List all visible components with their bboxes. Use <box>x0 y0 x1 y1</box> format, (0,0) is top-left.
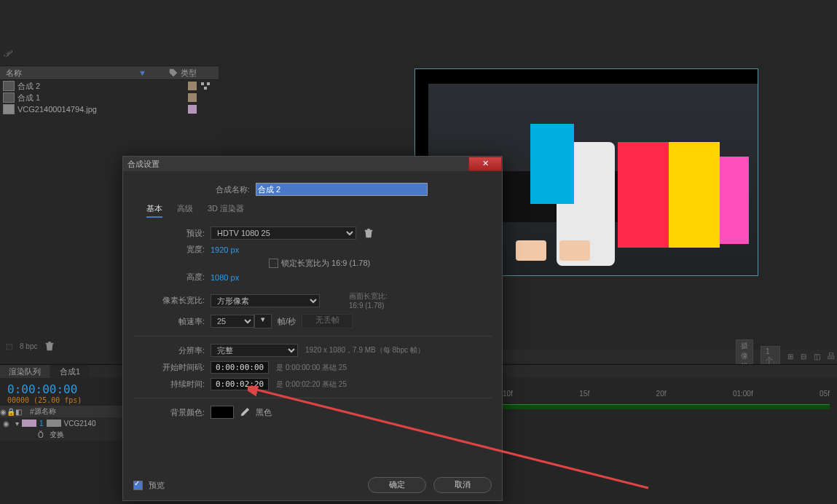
preset-label: 预设: <box>133 228 211 239</box>
3d-icon[interactable]: 品 <box>828 351 835 361</box>
tag-icon[interactable] <box>169 68 178 77</box>
frame-aspect-label: 画面长宽比: <box>349 292 388 300</box>
start-timecode-label: 开始时间码: <box>133 362 211 373</box>
search-icon[interactable]: 𝒫 <box>3 48 9 60</box>
lock-aspect-checkbox[interactable] <box>269 259 278 268</box>
svg-rect-1 <box>207 82 210 85</box>
ok-button[interactable]: 确定 <box>368 477 426 493</box>
tab-basic[interactable]: 基本 <box>146 203 162 218</box>
fps-unit: 帧/秒 <box>278 316 296 327</box>
resolution-dropdown[interactable]: 完整 <box>211 344 298 357</box>
duration-info: 是 0:00:02:20 基础 25 <box>276 379 347 390</box>
fps-dropdown[interactable]: 25 <box>211 315 254 328</box>
label-swatch[interactable] <box>188 105 197 114</box>
tab-3d-renderer[interactable]: 3D 渲染器 <box>208 203 244 218</box>
col-name[interactable]: 名称 <box>0 68 137 79</box>
project-item[interactable]: 合成 1 合成 <box>0 92 219 103</box>
app-root: 𝒫 名称 ▼ 类型 合成 2 合成 合成 1 合成 <box>0 0 837 504</box>
lock-col-icon[interactable]: 🔒 <box>7 408 15 416</box>
height-label: 高度: <box>133 272 211 283</box>
transform-stopwatch-icon[interactable]: Ŏ <box>35 431 47 439</box>
chevron-down-icon[interactable]: ▼ <box>138 68 146 77</box>
layer-row[interactable]: ◉ ▾ 1 VCG2140 <box>0 417 124 429</box>
trash-icon[interactable] <box>44 341 55 351</box>
preset-dropdown[interactable]: HDTV 1080 25 <box>211 227 356 240</box>
par-dropdown[interactable]: 方形像素 <box>211 294 320 307</box>
bpc-toggle[interactable]: 8 bpc <box>20 342 37 350</box>
label-swatch[interactable] <box>188 82 197 90</box>
resolution-info: 1920 x 1080，7.9 MB（每 8bpc 帧） <box>305 345 425 355</box>
layer-transform-row[interactable]: Ŏ 变换 <box>0 429 124 441</box>
eye-col-icon[interactable]: ◉ <box>0 408 7 416</box>
image-icon <box>3 104 15 114</box>
tab-render-queue[interactable]: 渲染队列 <box>0 365 50 378</box>
layer-name: VCG2140 <box>61 420 99 428</box>
frame-aspect-value: 16:9 (1.78) <box>349 302 384 310</box>
label-col[interactable]: ◧ <box>15 408 30 416</box>
project-header: 名称 ▼ 类型 <box>0 66 219 80</box>
current-timecode[interactable]: 0:00:00:00 00000 (25.00 fps) <box>7 382 82 404</box>
bg-color-swatch[interactable] <box>211 406 234 419</box>
col-source[interactable]: 源名称 <box>34 406 56 417</box>
cancel-button[interactable]: 取消 <box>433 477 492 493</box>
resolution-label: 分辨率: <box>133 345 211 356</box>
dialog-tabs: 基本 高级 3D 渲染器 <box>146 203 492 218</box>
transform-label: 变换 <box>47 430 67 440</box>
layer-label-swatch[interactable] <box>22 420 36 427</box>
start-timecode-info: 是 0:00:00:00 基础 25 <box>276 363 347 373</box>
width-label: 宽度: <box>133 244 211 255</box>
item-name: 合成 1 <box>17 92 40 103</box>
composition-settings-dialog: 合成设置 ✕ 合成名称: 基本 高级 3D 渲染器 预设: HDTV 1080 … <box>122 156 503 501</box>
item-name: VCG21400014794.jpg <box>17 105 97 114</box>
project-footer: ⬚ 8 bpc <box>0 341 55 351</box>
duration-field[interactable]: 0:00:02:20 <box>211 378 269 390</box>
dialog-titlebar[interactable]: 合成设置 ✕ <box>123 157 502 171</box>
eye-icon[interactable]: ◉ <box>0 420 12 428</box>
par-label: 像素长宽比: <box>133 295 211 306</box>
bg-color-name: 黑色 <box>256 407 272 418</box>
label-swatch[interactable] <box>188 93 197 102</box>
layer-index: 1 <box>36 420 47 428</box>
composition-icon <box>3 81 15 91</box>
flowchart-icon <box>201 82 210 90</box>
fps-label: 帧速率: <box>133 316 211 327</box>
drop-frame-dropdown: 无丢帧 <box>302 314 353 328</box>
comp-name-label: 合成名称: <box>133 184 256 195</box>
layer-bar[interactable] <box>503 404 830 409</box>
item-name: 合成 2 <box>17 81 40 92</box>
comp-name-field[interactable] <box>256 183 428 196</box>
tab-comp1[interactable]: 合成1 <box>51 365 89 378</box>
project-item[interactable]: VCG21400014794.jpg Impc <box>0 103 219 115</box>
dialog-title: 合成设置 <box>127 159 160 170</box>
width-value[interactable]: 1920 px <box>211 245 239 254</box>
project-rows: 合成 2 合成 合成 1 合成 VCG21400014794.jpg Impc <box>0 80 219 115</box>
mask-icon[interactable]: ◫ <box>814 353 820 361</box>
time-ruler[interactable]: 10f 15f 20f 01:00f 05f <box>503 390 830 401</box>
svg-rect-0 <box>201 82 204 85</box>
col-type[interactable]: 类型 <box>181 68 197 79</box>
svg-rect-2 <box>204 87 207 90</box>
fps-link-icon[interactable]: ▾ <box>254 314 272 328</box>
grid-icon[interactable]: ⊞ <box>787 353 793 361</box>
duration-label: 持续时间: <box>133 379 211 390</box>
close-icon[interactable]: ✕ <box>468 157 502 171</box>
eyedropper-icon[interactable] <box>240 407 250 417</box>
project-item[interactable]: 合成 2 合成 <box>0 80 219 92</box>
trash-icon[interactable] <box>364 228 374 238</box>
lock-aspect-label: 锁定长宽比为 16:9 (1.78) <box>281 258 370 269</box>
layer-columns: ◉ 🔒 ◧ # 源名称 ◉ ▾ 1 VCG2140 Ŏ 变换 <box>0 406 124 441</box>
start-timecode-field[interactable]: 0:00:00:00 <box>211 361 269 374</box>
composition-icon <box>3 92 15 103</box>
bg-color-label: 背景颜色: <box>133 407 211 418</box>
interpret-icon[interactable]: ⬚ <box>6 342 12 350</box>
preview-checkbox[interactable]: 预览 <box>133 480 165 491</box>
height-value[interactable]: 1080 px <box>211 273 239 282</box>
guides-icon[interactable]: ⊟ <box>801 353 806 361</box>
tab-advanced[interactable]: 高级 <box>177 203 193 218</box>
image-icon <box>47 420 61 427</box>
